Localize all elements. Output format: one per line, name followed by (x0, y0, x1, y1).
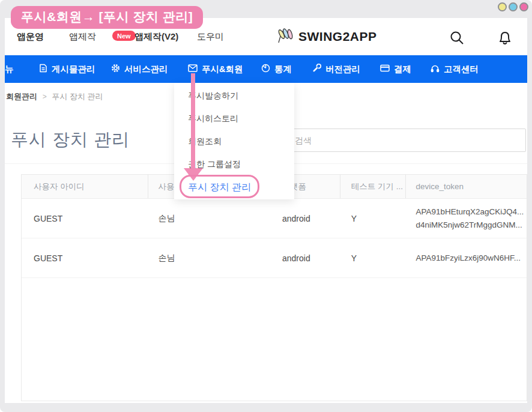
menu-item-label: 버전관리 (325, 64, 360, 75)
menu-item-statistics[interactable]: 통계 (261, 55, 292, 83)
annotation-arrow-line (191, 73, 195, 169)
gear-icon (111, 64, 120, 74)
page-title: 푸시 장치 관리 (11, 128, 130, 152)
annotation-label: 푸시&회원→ [푸시 장치 관리] (11, 6, 203, 29)
breadcrumb-separator: > (43, 92, 47, 101)
annotation-highlight-ring (180, 175, 259, 198)
menu-item-label: 푸시&회원 (202, 64, 243, 75)
nav-helper[interactable]: 도우미 (197, 31, 224, 43)
nav-app-make[interactable]: 앱제작 (69, 31, 96, 43)
feather-logo-icon (276, 27, 295, 46)
menu-item-label: 통계 (274, 64, 292, 75)
headset-icon (431, 64, 440, 74)
token-line: APA91bFzyiLzx6j90wN6HF... (416, 252, 521, 265)
swing2app-logo[interactable]: SWING2APP (276, 27, 377, 46)
device-table: 사용자 아이디 사용 랫폼 테스트 기기 ... device_token GU… (21, 174, 527, 401)
menu-item-support[interactable]: 고객센터 (431, 55, 479, 83)
table-row[interactable]: GUEST 손님 android Y APA91bFzyiLzx6j90wN6H… (22, 238, 527, 278)
table-row[interactable]: GUEST 손님 android Y APA91bHEturqX2agCKiJQ… (22, 199, 527, 238)
menu-item-menu[interactable]: 뉴 (5, 55, 14, 83)
menu-item-payment[interactable]: 결제 (380, 55, 411, 83)
cell-platform: android (273, 238, 340, 277)
cell-user-name: 손님 (148, 238, 273, 277)
cell-user-name: 손님 (148, 199, 273, 238)
admin-menu-bar: 뉴 게시물관리 서비스관리 (5, 55, 527, 83)
pie-chart-icon (261, 64, 270, 74)
cell-test-device: Y (340, 238, 406, 277)
search-icon[interactable] (449, 30, 465, 48)
cell-platform: android (273, 199, 340, 238)
mail-icon (188, 64, 198, 74)
breadcrumb-current: 푸시 장치 관리 (52, 92, 103, 101)
document-icon (39, 64, 47, 74)
menu-item-version[interactable]: 버전관리 (312, 55, 360, 83)
nav-app-operation[interactable]: 앱운영 (17, 31, 44, 43)
screenshot-frame: 앱운영 앱제작 New 앱제작(V2) 도우미 SWING2APP (0, 0, 532, 412)
menu-item-label: 고객센터 (444, 64, 479, 75)
cell-user-id: GUEST (22, 238, 148, 277)
new-badge: New (112, 31, 136, 41)
cell-user-id: GUEST (22, 199, 148, 238)
logo-text: SWING2APP (298, 29, 377, 44)
breadcrumb-parent[interactable]: 회원관리 (6, 92, 37, 101)
notification-bell-icon[interactable] (497, 30, 513, 48)
menu-item-push-members[interactable]: 푸시&회원 (188, 55, 243, 83)
wrench-icon (312, 64, 321, 74)
breadcrumb: 회원관리 > 푸시 장치 관리 (6, 91, 103, 102)
column-header-test-device[interactable]: 테스트 기기 ... (340, 175, 406, 198)
credit-card-icon (380, 64, 390, 74)
search-input[interactable] (287, 129, 526, 152)
menu-item-label: 게시물관리 (52, 64, 95, 75)
menu-item-label: 결제 (394, 64, 411, 75)
cell-device-token: APA91bFzyiLzx6j90wN6HF... (406, 238, 527, 277)
window-dot-pink[interactable] (519, 2, 528, 11)
cell-test-device: Y (340, 199, 406, 238)
menu-item-label: 뉴 (5, 64, 14, 75)
menu-item-posts[interactable]: 게시물관리 (39, 55, 95, 83)
column-header-user-id[interactable]: 사용자 아이디 (22, 175, 148, 198)
column-header-device-token[interactable]: device_token (406, 175, 527, 198)
menu-item-label: 서비스관리 (124, 64, 168, 75)
menu-item-services[interactable]: 서비스관리 (111, 55, 168, 83)
cell-device-token: APA91bHEturqX2agCKiJQ4... d4niMK5njw62Tr… (406, 199, 527, 238)
nav-app-make-v2[interactable]: 앱제작(V2) (135, 31, 178, 43)
window-dot-yellow[interactable] (498, 2, 507, 11)
window-dot-blue[interactable] (509, 2, 518, 11)
token-line: APA91bHEturqX2agCKiJQ4... (416, 205, 524, 219)
browser-window: 앱운영 앱제작 New 앱제작(V2) 도우미 SWING2APP (5, 18, 527, 403)
token-line: d4niMK5njw62TrMggdGNM... (416, 219, 522, 232)
